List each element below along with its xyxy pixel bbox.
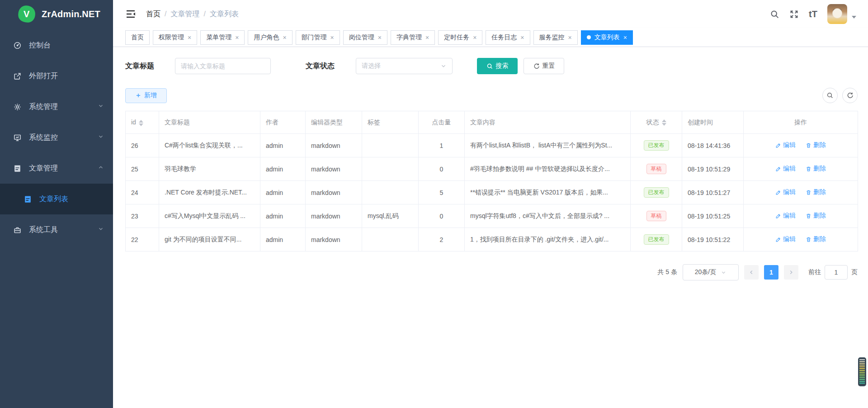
delete-link[interactable]: 删除	[806, 212, 826, 220]
tab-close-icon[interactable]: ×	[623, 34, 627, 41]
search-icon[interactable]	[770, 9, 779, 19]
next-page-button[interactable]	[784, 265, 798, 280]
sidebar-item-dashboard[interactable]: 控制台	[0, 30, 113, 61]
tab-item[interactable]: 部门管理×	[296, 30, 340, 45]
column-header-id: id	[126, 111, 159, 134]
page-number-1[interactable]: 1	[764, 265, 778, 280]
prev-page-button[interactable]	[744, 265, 759, 280]
sort-icon[interactable]	[662, 119, 666, 126]
app-title: ZrAdmin.NET	[42, 9, 100, 19]
tab-close-icon[interactable]: ×	[378, 34, 382, 41]
delete-link[interactable]: 删除	[806, 235, 826, 243]
chevron-down-icon	[98, 133, 104, 142]
cell-actions: 编辑 删除	[744, 228, 858, 251]
tab-close-icon[interactable]: ×	[568, 34, 572, 41]
cell-created: 08-19 10:51:22	[682, 228, 744, 251]
sidebar-item-system-management[interactable]: 系统管理	[0, 91, 113, 122]
sidebar-item-system-tools[interactable]: 系统工具	[0, 214, 113, 245]
tab-close-icon[interactable]: ×	[283, 34, 286, 41]
tab-item[interactable]: 权限管理×	[153, 30, 197, 45]
tab-label: 任务日志	[491, 33, 517, 42]
edit-link[interactable]: 编辑	[775, 188, 796, 196]
tab-close-icon[interactable]: ×	[188, 34, 191, 41]
tabs-bar: 首页权限管理×菜单管理×用户角色×部门管理×岗位管理×字典管理×定时任务×任务日…	[113, 28, 868, 47]
tab-close-icon[interactable]: ×	[425, 34, 429, 41]
sidebar-item-article-management[interactable]: 文章管理	[0, 153, 113, 184]
sidebar-item-external-open[interactable]: 外部打开	[0, 61, 113, 91]
tab-label: 首页	[131, 33, 144, 42]
cell-title: C#两个list集合实现关联，...	[159, 134, 260, 157]
reset-button[interactable]: 重置	[524, 58, 564, 74]
article-title-input[interactable]	[175, 58, 271, 74]
tab-item[interactable]: 用户角色×	[248, 30, 292, 45]
cell-id: 23	[126, 204, 159, 228]
breadcrumb-home[interactable]: 首页	[146, 9, 160, 19]
tab-item[interactable]: 文章列表×	[581, 30, 633, 45]
trash-icon	[806, 213, 811, 219]
pencil-icon	[775, 213, 781, 219]
main-area: 首页 / 文章管理 / 文章列表 tT 首页权限管理×菜单管理×用户角色×部门管…	[113, 0, 868, 408]
scroll-indicator-bars	[859, 359, 865, 384]
cell-content: 1，找到项目所在目录下的 .git/文件夹，进入.git/...	[465, 228, 631, 251]
sidebar-item-label: 系统管理	[29, 102, 98, 112]
edit-link[interactable]: 编辑	[775, 235, 796, 243]
external-link-icon	[13, 71, 22, 81]
cell-clicks: 2	[419, 228, 465, 251]
search-button[interactable]: 搜索	[477, 58, 518, 74]
avatar[interactable]	[827, 4, 847, 24]
trash-icon	[806, 237, 811, 242]
edit-link[interactable]: 编辑	[775, 141, 796, 149]
cell-content: #羽毛球拍参数说明 ## 中管软硬选择以及长度介...	[465, 157, 631, 181]
cell-title: .NET Core 发布时提示.NET...	[159, 181, 260, 204]
tab-close-icon[interactable]: ×	[473, 34, 476, 41]
sidebar-item-system-monitor[interactable]: 系统监控	[0, 122, 113, 153]
tab-item[interactable]: 服务监控×	[533, 30, 578, 45]
table-body: 26 C#两个list集合实现关联，... admin markdown 1 有…	[126, 134, 858, 251]
refresh-table-button[interactable]	[842, 88, 858, 103]
status-badge: 草稿	[646, 211, 666, 222]
chevron-down-icon	[440, 63, 447, 69]
tab-item[interactable]: 首页	[125, 30, 150, 45]
cell-actions: 编辑 删除	[744, 204, 858, 228]
tab-item[interactable]: 岗位管理×	[343, 30, 387, 45]
delete-link[interactable]: 删除	[806, 188, 826, 196]
select-placeholder: 请选择	[362, 62, 381, 70]
tab-close-icon[interactable]: ×	[520, 34, 524, 41]
article-status-label: 文章状态	[306, 62, 335, 71]
menu-fold-icon[interactable]	[125, 9, 136, 19]
cell-tag	[362, 134, 419, 157]
pencil-icon	[775, 166, 781, 172]
tab-close-icon[interactable]: ×	[330, 34, 334, 41]
tab-label: 用户角色	[254, 33, 279, 42]
font-size-icon[interactable]: tT	[809, 9, 817, 19]
sort-icon[interactable]	[139, 120, 143, 126]
scroll-indicator[interactable]	[858, 357, 866, 386]
cell-id: 22	[126, 228, 159, 251]
cell-tag: mysql,乱码	[362, 204, 419, 228]
cell-actions: 编辑 删除	[744, 181, 858, 204]
edit-link[interactable]: 编辑	[775, 212, 796, 220]
delete-link[interactable]: 删除	[806, 141, 826, 149]
cell-actions: 编辑 删除	[744, 157, 858, 181]
column-search-button[interactable]	[822, 88, 838, 103]
edit-link[interactable]: 编辑	[775, 165, 796, 173]
tab-item[interactable]: 字典管理×	[391, 30, 435, 45]
sidebar-item-article-list[interactable]: 文章列表	[0, 184, 113, 214]
delete-link[interactable]: 删除	[806, 165, 826, 173]
tab-item[interactable]: 任务日志×	[486, 30, 530, 45]
tab-close-icon[interactable]: ×	[235, 34, 239, 41]
table-tools	[822, 88, 858, 103]
fullscreen-icon[interactable]	[789, 9, 799, 19]
cell-author: admin	[260, 134, 306, 157]
add-button[interactable]: 新增	[125, 88, 167, 103]
tab-item[interactable]: 菜单管理×	[200, 30, 245, 45]
page-size-select[interactable]: 20条/页	[683, 264, 739, 280]
sidebar-item-label: 控制台	[29, 41, 104, 50]
total-count: 共 5 条	[657, 268, 677, 276]
user-menu[interactable]	[827, 4, 856, 24]
column-header-editor: 编辑器类型	[306, 111, 362, 134]
goto-page-input[interactable]	[825, 265, 848, 280]
tab-item[interactable]: 定时任务×	[438, 30, 482, 45]
article-status-select[interactable]: 请选择	[356, 58, 453, 74]
goto-label: 前往	[808, 268, 821, 276]
